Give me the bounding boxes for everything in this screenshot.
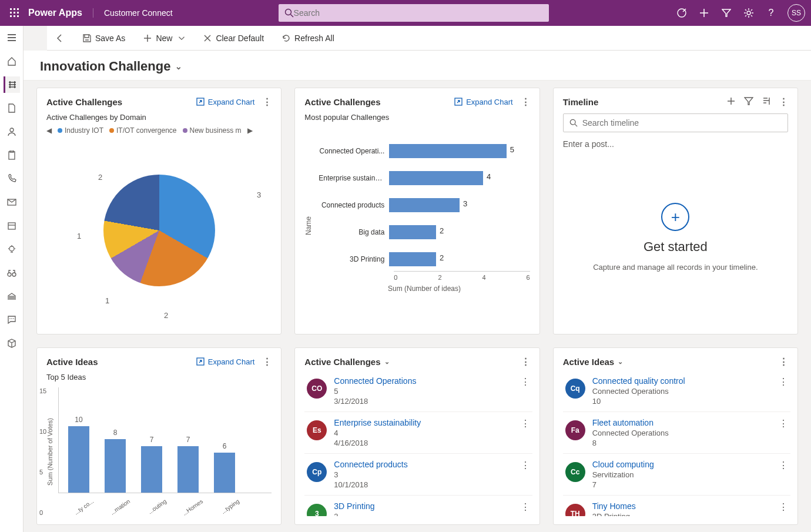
page-title[interactable]: Innovation Challenge [40,59,170,74]
user-avatar[interactable]: SS [787,4,805,22]
item-avatar: Cp [307,462,327,482]
item-more-icon[interactable]: ⋮ [779,501,788,513]
nav-clipboard-icon[interactable] [4,147,20,163]
filter-icon[interactable] [720,7,732,19]
clear-default-button[interactable]: Clear Default [199,31,267,45]
item-title[interactable]: Fleet automation [592,418,772,427]
timeline-get-started-icon[interactable]: + [661,203,689,231]
expand-chart-link[interactable]: Expand Chart [196,98,255,106]
more-icon[interactable]: ⋮ [779,356,788,367]
settings-icon[interactable] [743,7,755,19]
list-item[interactable]: TH Tiny Homes 3D Printing ⋮ [563,496,790,516]
item-title[interactable]: Enterprise sustainability [334,418,513,427]
new-button[interactable]: New [139,31,189,45]
svg-line-10 [290,15,293,18]
bar-category: 3D Printing [319,255,389,263]
timeline-post-input[interactable]: Enter a post... [563,139,788,149]
global-search[interactable] [279,4,549,22]
timeline-search[interactable] [563,113,788,132]
nav-menu-icon[interactable] [4,29,20,46]
legend-next-icon[interactable]: ▶ [247,126,253,135]
more-icon[interactable]: ⋮ [521,356,530,367]
item-more-icon[interactable]: ⋮ [779,376,788,387]
item-more-icon[interactable]: ⋮ [521,418,530,429]
more-icon[interactable]: ⋮ [263,356,272,367]
nav-chat-icon[interactable] [4,312,20,328]
nav-person-icon[interactable] [4,123,20,140]
help-icon[interactable]: ? [765,7,777,19]
item-count: 2 [334,512,513,516]
section-title[interactable]: Active Ideas [563,357,615,367]
target-icon[interactable] [676,7,688,19]
timeline-card: Timeline ⋮ Enter a post... + Get started [553,88,798,334]
nav-mail-icon[interactable] [4,194,20,210]
global-search-input[interactable] [294,8,543,18]
item-title[interactable]: Connected quality control [592,376,772,386]
popular-challenges-bar-card: Active Challenges Expand Chart ⋮ Most po… [294,88,539,334]
add-icon[interactable] [698,7,710,19]
pie-value: 1 [77,232,81,240]
list-item[interactable]: CO Connected Operations 5 3/12/2018 ⋮ [304,370,532,412]
nav-home-icon[interactable] [4,53,20,69]
app-launcher-icon[interactable] [6,4,24,22]
item-more-icon[interactable]: ⋮ [521,376,530,387]
timeline-more-icon[interactable]: ⋮ [779,96,788,108]
bar-category: Connected Operati... [319,147,389,155]
nav-dashboard-icon[interactable] [4,76,20,93]
item-title[interactable]: Tiny Homes [592,501,772,511]
bar-category: ...typing [216,498,240,518]
list-item[interactable]: Es Enterprise sustainability 4 4/16/2018… [304,412,532,454]
pie-value: 2 [98,173,102,182]
item-title[interactable]: Connected products [334,460,513,469]
chevron-down-icon[interactable]: ⌄ [618,358,623,366]
item-avatar: CO [307,379,327,399]
timeline-add-icon[interactable] [726,96,736,108]
chevron-down-icon[interactable]: ⌄ [384,358,390,366]
list-item[interactable]: Fa Fleet automation Connected Operations… [563,412,790,454]
item-more-icon[interactable]: ⋮ [521,501,530,513]
timeline-search-input[interactable] [582,118,782,128]
bar-column: 6 [212,442,237,493]
nav-package-icon[interactable] [4,335,20,352]
nav-binoculars-icon[interactable] [4,265,20,281]
section-title[interactable]: Active Challenges [304,357,380,367]
nav-phone-icon[interactable] [4,170,20,187]
expand-chart-link[interactable]: Expand Chart [454,98,513,106]
item-title[interactable]: Cloud computing [592,460,772,469]
item-more-icon[interactable]: ⋮ [521,460,530,471]
nav-file-icon[interactable] [4,100,20,116]
item-title[interactable]: 3D Printing [334,501,513,511]
timeline-filter-icon[interactable] [744,96,753,108]
chevron-down-icon[interactable]: ⌄ [175,62,182,71]
svg-rect-2 [17,8,19,10]
timeline-sort-icon[interactable] [762,96,771,108]
item-count: 8 [592,439,772,447]
timeline-message: Capture and manage all records in your t… [593,263,758,272]
nav-idea-icon[interactable] [4,241,20,257]
legend-item: IT/OT convergence [109,126,177,135]
list-item[interactable]: Cq Connected quality control Connected O… [563,370,790,412]
list-item[interactable]: Cc Cloud computing Servitization 7 ⋮ [563,454,790,496]
bar-row: Big data 2 [319,225,530,239]
more-icon[interactable]: ⋮ [263,96,272,107]
legend-prev-icon[interactable]: ◀ [46,126,52,135]
item-title[interactable]: Connected Operations [334,376,513,386]
nav-building-icon[interactable] [4,288,20,305]
item-more-icon[interactable]: ⋮ [779,418,788,429]
svg-rect-0 [10,8,12,10]
bar-column: 10 [66,416,92,493]
list-item[interactable]: 3 3D Printing 2 ⋮ [304,496,532,516]
list-item[interactable]: Cp Connected products 3 10/1/2018 ⋮ [304,454,532,496]
item-more-icon[interactable]: ⋮ [779,460,788,471]
pie-chart [103,175,215,286]
back-button[interactable] [52,31,68,45]
refresh-all-button[interactable]: Refresh All [278,31,338,45]
nav-calendar-icon[interactable] [4,218,20,234]
svg-point-31 [9,246,14,251]
pie-value: 3 [257,190,261,199]
svg-rect-29 [8,223,15,229]
expand-chart-link[interactable]: Expand Chart [196,357,255,366]
save-as-button[interactable]: Save As [79,31,129,45]
svg-rect-4 [14,12,15,14]
more-icon[interactable]: ⋮ [521,96,530,107]
